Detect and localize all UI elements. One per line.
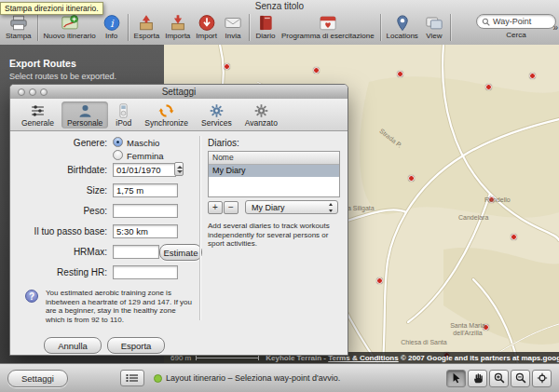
printer-icon xyxy=(8,13,29,32)
map-tools xyxy=(446,370,552,387)
new-route-icon xyxy=(60,13,80,32)
diaries-column-header[interactable]: Nome xyxy=(209,152,339,165)
toolbar-label: Invia xyxy=(225,32,241,40)
settings-window: Settaggi Generale Personale iPod Synchro… xyxy=(9,84,348,356)
diary-dropdown[interactable]: My Diary xyxy=(245,200,338,214)
toolbar-button-stampa[interactable]: Stampa xyxy=(3,12,34,41)
toolbar-overflow-icon[interactable]: » xyxy=(552,22,558,33)
toolbar-separator xyxy=(450,14,451,41)
tab-label: Synchronize xyxy=(144,118,188,128)
diary-book-icon xyxy=(255,13,276,32)
toolbar-label: Programma di esercitazione xyxy=(281,32,375,40)
weight-label: Peso: xyxy=(10,206,107,216)
base-pace-label: Il tuo passo base: xyxy=(10,226,107,237)
gender-label: Genere: xyxy=(10,138,107,148)
waypoint-marker[interactable] xyxy=(485,84,492,90)
toolbar-button-locations[interactable]: Locations xyxy=(384,12,421,41)
waypoint-marker[interactable] xyxy=(511,234,517,240)
remove-diary-button[interactable]: − xyxy=(224,201,239,214)
diaries-label: Diarios: xyxy=(208,138,239,148)
toolbar-separator xyxy=(380,14,381,41)
tab-ipod[interactable]: iPod xyxy=(110,101,137,128)
waypoint-marker[interactable] xyxy=(408,175,415,182)
waypoint-marker[interactable] xyxy=(224,63,230,70)
export-icon xyxy=(136,13,157,32)
hrmax-label: HRMax: xyxy=(10,247,107,257)
minimize-button[interactable] xyxy=(29,88,36,96)
search-value: Way-Point xyxy=(493,17,531,26)
info-icon: i xyxy=(102,13,122,32)
birthdate-stepper[interactable] xyxy=(174,162,184,176)
toolbar-button-importa[interactable]: Importa xyxy=(162,12,193,41)
tab-services[interactable]: Services xyxy=(196,101,238,128)
tab-avanzato[interactable]: Avanzato xyxy=(239,101,283,128)
weight-field[interactable] xyxy=(113,204,178,218)
export-button[interactable]: Esporta xyxy=(107,337,165,354)
waypoint-marker[interactable] xyxy=(397,71,403,77)
hrmax-field[interactable] xyxy=(113,245,159,259)
close-button[interactable] xyxy=(18,88,25,96)
settings-tab-bar: Generale Personale iPod Synchronize Serv… xyxy=(10,99,348,131)
help-question-icon[interactable]: ? xyxy=(25,290,38,303)
settings-button[interactable]: Settaggi xyxy=(7,370,68,387)
radio-maschio[interactable] xyxy=(113,137,123,147)
status-text: Layout itinerario – Seleziona way-point … xyxy=(166,373,340,383)
search-input[interactable]: Way-Point xyxy=(476,14,556,29)
toolbar-separator xyxy=(37,14,38,41)
training-zone-note: You estimated aerobic training zone is i… xyxy=(46,289,195,324)
toolbar-label: Esporta xyxy=(134,32,160,40)
combo-arrows-icon xyxy=(328,203,334,212)
location-pin-icon xyxy=(392,13,413,32)
toolbar-label: Locations xyxy=(387,32,418,40)
waypoint-marker[interactable] xyxy=(313,67,320,74)
toolbar-button-invia[interactable]: Invia xyxy=(220,12,246,41)
pan-tool-button[interactable] xyxy=(468,370,487,387)
status-bar: Settaggi Layout itinerario – Seleziona w… xyxy=(0,363,559,392)
toolbar-separator xyxy=(128,14,129,41)
settings-titlebar[interactable]: Settaggi xyxy=(10,85,348,100)
zoom-in-icon xyxy=(494,372,505,384)
toolbar-search-group: Way-Point Cerca xyxy=(476,12,556,39)
base-pace-field[interactable]: 5:30 km xyxy=(113,224,178,238)
toolbar-button-programma[interactable]: Programma di esercitazione xyxy=(279,12,377,41)
toolbar-button-view[interactable]: View xyxy=(421,12,447,41)
toolbar-button-diario[interactable]: Diario xyxy=(252,12,279,41)
list-view-button[interactable] xyxy=(120,370,144,386)
tab-generale[interactable]: Generale xyxy=(16,101,60,128)
diary-list-item[interactable]: My Diary xyxy=(209,165,339,177)
toolbar-button-nuovo-itinerario[interactable]: Nuovo itinerario xyxy=(41,12,99,41)
toolbar-label: Import xyxy=(196,32,217,40)
measure-tool-button[interactable] xyxy=(532,370,552,387)
estimate-button[interactable]: Estimate xyxy=(159,244,202,261)
cancel-button[interactable]: Annulla xyxy=(44,337,102,354)
toolbar-label: Info xyxy=(105,32,117,40)
zoom-in-tool-button[interactable] xyxy=(489,370,509,387)
export-sheet-title: Export Routes xyxy=(0,45,164,72)
toolbar-button-import[interactable]: Import xyxy=(193,12,220,41)
ipod-icon xyxy=(116,103,131,118)
radio-maschio-label: Maschio xyxy=(127,138,159,148)
waypoint-marker[interactable] xyxy=(529,73,536,79)
map-place-label: Chiesa di Santa xyxy=(395,339,453,346)
zoom-out-tool-button[interactable] xyxy=(511,370,530,387)
toolbar-separator xyxy=(249,14,250,41)
birthdate-field[interactable]: 01/01/1970 xyxy=(113,163,176,177)
hand-icon xyxy=(472,372,484,384)
import-box-icon xyxy=(168,13,188,32)
add-diary-button[interactable]: + xyxy=(208,201,223,214)
tab-label: iPod xyxy=(116,118,131,128)
view-windows-icon xyxy=(424,13,444,32)
toolbar-button-info[interactable]: i Info xyxy=(99,12,125,41)
toolbar-label: Nuovo itinerario xyxy=(44,32,96,40)
resting-hr-field[interactable] xyxy=(113,265,178,279)
map-place-label: Santa Maria dell'Arzilla xyxy=(440,322,496,337)
waypoint-marker[interactable] xyxy=(376,277,383,284)
toolbar-button-esporta[interactable]: Esporta xyxy=(131,12,163,41)
radio-femmina[interactable] xyxy=(113,150,123,160)
map-copyright: © 2007 Google and its partners at maps.g… xyxy=(401,354,559,362)
cursor-tool-button[interactable] xyxy=(446,370,466,387)
tab-personale[interactable]: Personale xyxy=(61,101,108,128)
tab-synchronize[interactable]: Synchronize xyxy=(139,101,194,128)
size-field[interactable]: 1,75 m xyxy=(113,183,178,197)
zoom-button[interactable] xyxy=(40,88,48,96)
